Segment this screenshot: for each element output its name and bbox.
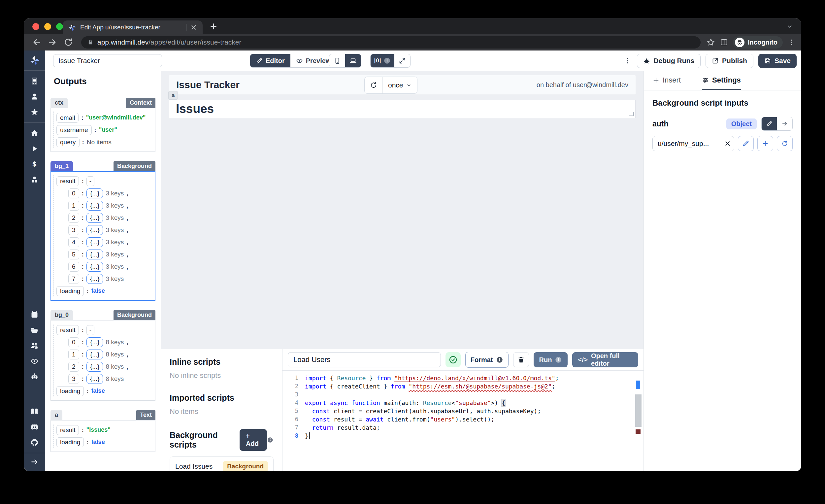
collapse-chip[interactable]: - [86, 176, 94, 186]
object-expand-chip[interactable]: {...} [86, 337, 103, 347]
windmill-logo-icon[interactable] [29, 55, 41, 67]
star-icon[interactable] [30, 108, 39, 116]
output-key-chip[interactable]: loading [57, 437, 84, 447]
clear-icon[interactable] [724, 140, 731, 147]
array-index-chip[interactable]: 4 [68, 237, 79, 247]
object-expand-chip[interactable]: {...} [86, 350, 103, 359]
forward-button[interactable] [48, 37, 57, 47]
close-window-button[interactable] [32, 23, 39, 30]
array-index-chip[interactable]: 0 [68, 337, 79, 347]
output-id-tab[interactable]: bg_1 [51, 161, 73, 171]
building-icon[interactable] [30, 77, 39, 85]
reload-button[interactable] [63, 37, 73, 47]
resource-input[interactable]: u/user/my_sup... [653, 136, 734, 151]
folder-icon[interactable] [30, 326, 39, 334]
array-index-chip[interactable]: 6 [68, 262, 79, 272]
object-expand-chip[interactable]: {...} [86, 213, 103, 223]
output-key-chip[interactable]: result [57, 176, 79, 186]
array-index-chip[interactable]: 5 [68, 249, 79, 260]
add-resource-button[interactable] [757, 136, 773, 151]
output-key-chip[interactable]: query [57, 137, 80, 147]
array-index-chip[interactable]: 2 [68, 213, 79, 223]
tab-close-icon[interactable] [190, 24, 197, 31]
zero-width-button[interactable]: |0| [371, 54, 394, 67]
play-icon[interactable] [30, 145, 39, 153]
script-name-input[interactable] [288, 352, 441, 367]
new-tab-button[interactable] [209, 22, 218, 31]
more-options-icon[interactable] [623, 57, 631, 65]
dollar-icon[interactable]: $ [30, 160, 39, 168]
cubes-icon[interactable] [30, 175, 39, 184]
app-title-input[interactable] [53, 54, 162, 67]
app-canvas[interactable]: Issue Tracker once on behalf of user@win… [161, 71, 644, 349]
tab-insert[interactable]: Insert [653, 76, 681, 90]
home-icon[interactable] [30, 129, 39, 137]
array-index-chip[interactable]: 2 [68, 362, 79, 372]
add-background-script-button[interactable]: + Add [240, 429, 267, 451]
output-id-tab[interactable]: bg_0 [51, 310, 73, 320]
back-button[interactable] [32, 37, 42, 47]
scrollbar-thumb[interactable] [635, 394, 642, 427]
debug-runs-button[interactable]: Debug Runs [637, 54, 700, 68]
discord-icon[interactable] [30, 423, 39, 431]
refresh-app-button[interactable] [365, 77, 383, 93]
browser-tab[interactable]: Edit App u/user/issue-tracker [63, 20, 203, 34]
object-expand-chip[interactable]: {...} [86, 362, 103, 372]
github-icon[interactable] [30, 438, 39, 447]
object-expand-chip[interactable]: {...} [86, 189, 103, 198]
tab-settings[interactable]: Settings [702, 76, 741, 90]
output-id-tab[interactable]: a [51, 410, 62, 420]
robot-icon[interactable] [30, 373, 39, 381]
output-id-tab[interactable]: ctx [51, 98, 68, 108]
save-button[interactable]: Save [758, 54, 797, 68]
desktop-view-button[interactable] [345, 54, 361, 67]
mobile-view-button[interactable] [329, 54, 345, 67]
edit-resource-button[interactable] [738, 136, 754, 151]
connect-mode-button[interactable] [777, 117, 792, 130]
object-expand-chip[interactable]: {...} [86, 225, 103, 235]
run-button[interactable]: Run [534, 352, 568, 367]
tab-search-icon[interactable] [786, 23, 793, 30]
address-bar[interactable]: app.windmill.dev/apps/edit/u/user/issue-… [81, 36, 700, 49]
object-expand-chip[interactable]: {...} [86, 201, 103, 211]
code-editor[interactable]: 1import { Resource } from "https://deno.… [283, 370, 644, 471]
eye-icon[interactable] [30, 357, 39, 365]
publish-button[interactable]: Publish [705, 54, 753, 68]
users-gear-icon[interactable] [30, 342, 39, 350]
person-icon[interactable] [30, 92, 39, 101]
collapse-chip[interactable]: - [86, 325, 94, 335]
maximize-window-button[interactable] [56, 23, 63, 30]
editor-mode-button[interactable]: Editor [250, 54, 290, 67]
arrow-right-icon[interactable] [30, 458, 39, 466]
fullscreen-button[interactable] [394, 54, 410, 67]
format-button[interactable]: Format [465, 352, 509, 368]
text-component[interactable]: a Issues [169, 100, 635, 118]
open-full-editor-button[interactable]: </> Open full editor [572, 352, 638, 367]
array-index-chip[interactable]: 7 [68, 274, 79, 284]
output-key-chip[interactable]: result [57, 425, 79, 435]
output-key-chip[interactable]: result [57, 325, 79, 335]
static-mode-button[interactable] [762, 117, 777, 130]
array-index-chip[interactable]: 1 [68, 201, 79, 211]
array-index-chip[interactable]: 0 [68, 189, 79, 198]
book-icon[interactable] [30, 407, 39, 416]
object-expand-chip[interactable]: {...} [86, 374, 103, 384]
array-index-chip[interactable]: 3 [68, 225, 79, 235]
object-expand-chip[interactable]: {...} [86, 274, 103, 284]
array-index-chip[interactable]: 1 [68, 350, 79, 359]
output-key-chip[interactable]: email [57, 113, 79, 123]
side-panel-icon[interactable] [720, 38, 728, 47]
background-script-row[interactable]: Load IssuesBackground [170, 456, 274, 471]
object-expand-chip[interactable]: {...} [86, 249, 103, 260]
resize-handle[interactable] [629, 112, 633, 116]
array-index-chip[interactable]: 3 [68, 374, 79, 384]
refresh-mode-dropdown[interactable]: once [383, 77, 417, 93]
minimize-window-button[interactable] [44, 23, 51, 30]
object-expand-chip[interactable]: {...} [86, 237, 103, 247]
output-key-chip[interactable]: loading [57, 386, 84, 396]
object-expand-chip[interactable]: {...} [86, 262, 103, 272]
delete-script-button[interactable] [513, 352, 529, 367]
browser-menu-icon[interactable] [788, 38, 795, 46]
calendar-icon[interactable] [30, 310, 39, 319]
output-key-chip[interactable]: loading [57, 286, 84, 296]
